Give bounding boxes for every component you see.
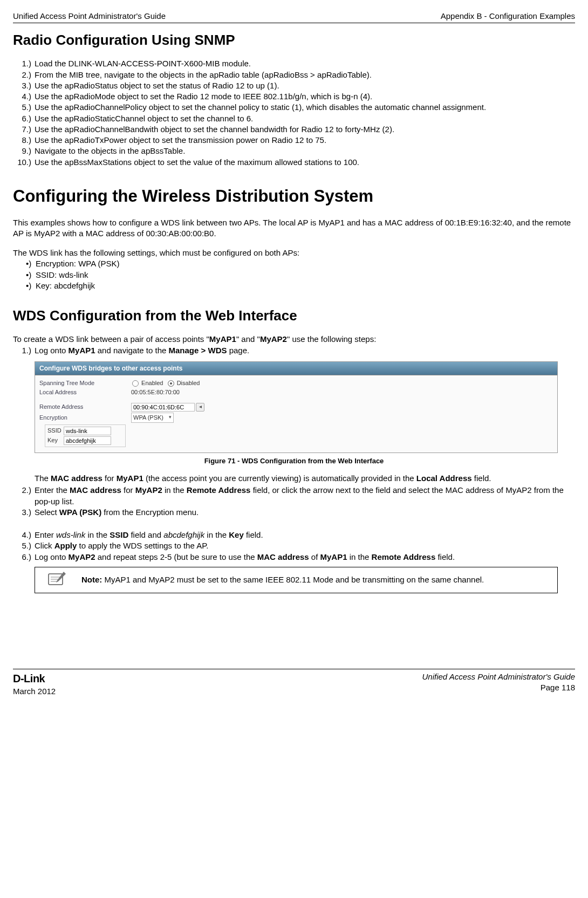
key-input[interactable] (64, 436, 111, 445)
list-number: 4.) (13, 530, 35, 540)
disabled-radio[interactable]: Disabled (167, 379, 200, 387)
list-number: 6.) (13, 552, 35, 563)
remote-address-picker-button[interactable]: ◂ (196, 403, 204, 412)
note-body: MyAP1 and MyAP2 must be set to the same … (102, 575, 484, 584)
list-text: Click Apply to apply the WDS settings to… (35, 540, 575, 551)
text-fragment: in the (347, 552, 372, 561)
list-number: 7.) (13, 124, 35, 135)
key-label: Key (47, 436, 64, 444)
header-left: Unified Access Point Administrator's Gui… (13, 11, 166, 22)
list-item: 6.) Log onto MyAP2 and repeat steps 2-5 … (13, 552, 575, 563)
text-fragment: and repeat steps 2-5 (but be sure to use… (95, 552, 257, 561)
text-fragment: Log onto (35, 346, 69, 355)
section-heading-radio: Radio Configuration Using SNMP (13, 31, 575, 50)
text-fragment: Log onto (35, 552, 69, 561)
spanning-tree-label: Spanning Tree Mode (39, 379, 131, 387)
figure-row-remote: Remote Address ◂ (39, 402, 553, 412)
note-pencil-icon (47, 571, 67, 587)
ssid-value-italic: wds-link (56, 530, 85, 539)
section-heading-wds: Configuring the Wireless Distribution Sy… (13, 185, 575, 208)
mac-address-term: MAC address (51, 474, 102, 483)
list-item: 1.) Log onto MyAP1 and navigate to the M… (13, 345, 575, 356)
footer-right: Unified Access Point Administrator's Gui… (422, 671, 575, 694)
after-figure-text: The MAC address for MyAP1 (the access po… (35, 473, 575, 484)
note-box: Note: MyAP1 and MyAP2 must be set to the… (35, 567, 558, 593)
key-value-italic: abcdefghijk (163, 530, 204, 539)
mac-address-term: MAC address (70, 485, 121, 495)
text-fragment: and navigate to the (95, 346, 169, 355)
figure-row-spanning: Spanning Tree Mode Enabled Disabled (39, 379, 553, 388)
list-item: 2.) Enter the MAC address for MyAP2 in t… (13, 485, 575, 507)
wds-web-steps-list-cont: 2.) Enter the MAC address for MyAP2 in t… (13, 485, 575, 518)
text-fragment: for (121, 485, 135, 495)
page-footer: D-Link March 2012 Unified Access Point A… (13, 669, 575, 697)
list-number: 8.) (13, 135, 35, 146)
text-fragment: to apply the WDS settings to the AP. (77, 541, 208, 550)
list-item: 3.) Select WPA (PSK) from the Encryption… (13, 507, 575, 518)
text-fragment: field and (128, 530, 163, 539)
text-fragment: in the (204, 530, 229, 539)
remote-address-term: Remote Address (372, 552, 436, 561)
text-fragment: for (102, 474, 117, 483)
list-number: 9.) (13, 146, 35, 156)
figure-row-encryption: Encryption WPA (PSK) (39, 412, 553, 423)
list-item: 1.)Load the DLINK-WLAN-ACCESS-POINT-X600… (13, 58, 575, 69)
radio-label: Enabled (141, 380, 163, 386)
text-fragment: Enter the (35, 485, 70, 495)
mac-address-term: MAC address (257, 552, 309, 561)
note-icon-cell (35, 567, 79, 593)
text-fragment: of (309, 552, 320, 561)
text-fragment: from the Encryption menu. (101, 508, 199, 517)
local-address-term: Local Address (416, 474, 472, 483)
list-item: 2.)From the MIB tree, navigate to the ob… (13, 70, 575, 80)
list-item: 6.)Use the apRadioStaticChannel object t… (13, 113, 575, 124)
figure-title-bar: Configure WDS bridges to other access po… (35, 362, 557, 375)
ap-name: MyAP1 (117, 474, 143, 483)
list-text: Use the apRadioChannelBandwith object to… (35, 124, 575, 135)
list-item: 7.)Use the apRadioChannelBandwith object… (13, 124, 575, 135)
figure-caption: Figure 71 - WDS Configuration from the W… (13, 456, 575, 466)
text-fragment: " and " (236, 334, 260, 344)
list-number: 2.) (13, 70, 35, 80)
wpa-psk-term: WPA (PSK) (59, 508, 101, 517)
ssid-input[interactable] (64, 427, 111, 435)
remote-address-label: Remote Address (39, 403, 131, 411)
text-fragment: in the (85, 530, 110, 539)
footer-page-number: Page 118 (422, 682, 575, 693)
key-term: Key (229, 530, 244, 539)
text-fragment: Click (35, 541, 54, 550)
list-number: 4.) (13, 91, 35, 102)
encryption-details-box: SSID Key (45, 424, 126, 447)
page-header: Unified Access Point Administrator's Gui… (13, 11, 575, 23)
list-text: Log onto MyAP1 and navigate to the Manag… (35, 345, 575, 356)
list-text: From the MIB tree, navigate to the objec… (35, 70, 575, 80)
list-item: •)SSID: wds-link (26, 270, 575, 280)
figure-row-local: Local Address 00:05:5E:80:70:00 (39, 388, 553, 397)
text-fragment: field. (472, 474, 491, 483)
local-address-label: Local Address (39, 388, 131, 396)
text-fragment: (the access point you are currently view… (143, 474, 416, 483)
ap-name: MyAP2 (69, 552, 95, 561)
footer-date: March 2012 (13, 686, 56, 697)
list-item: 5.)Use the apRadioChannelPolicy object t… (13, 102, 575, 113)
list-text: Enter wds-link in the SSID field and abc… (35, 530, 575, 540)
text-fragment: " use the following steps: (287, 334, 376, 344)
remote-address-input[interactable] (131, 403, 195, 412)
remote-address-term: Remote Address (187, 485, 251, 495)
list-number: 10.) (13, 157, 35, 168)
ap-name: MyAP1 (69, 346, 95, 355)
dlink-logo: D-Link (13, 671, 56, 686)
text-fragment: The (35, 474, 51, 483)
list-item: 4.) Enter wds-link in the SSID field and… (13, 530, 575, 540)
enabled-radio[interactable]: Enabled (131, 379, 163, 387)
bullet-mark: •) (26, 270, 36, 280)
section-heading-wds-web: WDS Configuration from the Web Interface (13, 306, 575, 325)
ap2-name: MyAP2 (260, 334, 287, 344)
encryption-select[interactable]: WPA (PSK) (131, 413, 174, 423)
list-item: 8.)Use the apRadioTxPower object to set … (13, 135, 575, 146)
apply-term: Apply (54, 541, 77, 550)
wds-web-steps-list: 1.) Log onto MyAP1 and navigate to the M… (13, 345, 575, 356)
footer-left: D-Link March 2012 (13, 671, 56, 697)
list-text: Encryption: WPA (PSK) (36, 258, 120, 269)
text-fragment: field. (244, 530, 263, 539)
